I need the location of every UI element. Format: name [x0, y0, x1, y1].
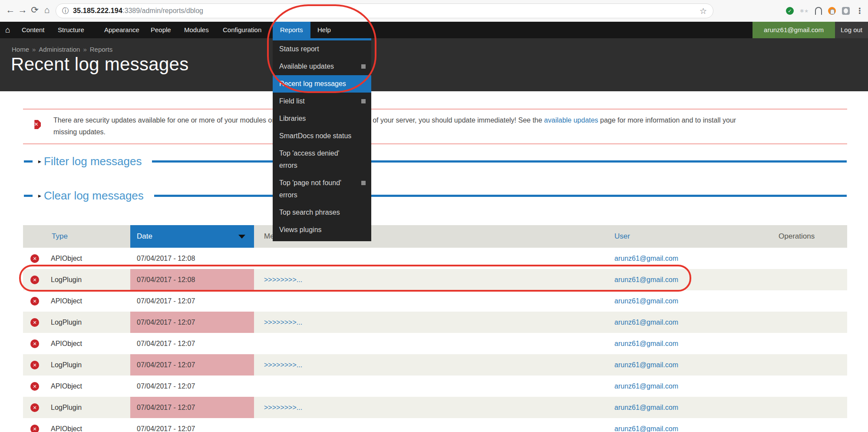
table-row: ✕ LogPlugin 07/04/2017 - 12:07 >>>>>>>>.…	[23, 312, 847, 333]
table-body: ✕ APIObject 07/04/2017 - 12:08 arunz61@g…	[23, 248, 847, 432]
log-user-link[interactable]: arunz61@gmail.com	[614, 340, 678, 348]
log-type: APIObject	[51, 255, 82, 263]
log-user-link[interactable]: arunz61@gmail.com	[614, 425, 678, 432]
error-severity-icon: ✕	[30, 318, 39, 327]
log-date: 07/04/2017 - 12:07	[137, 425, 195, 432]
log-date: 07/04/2017 - 12:08	[137, 276, 195, 284]
log-user-link[interactable]: arunz61@gmail.com	[614, 319, 678, 326]
menu-item-top-search-phrases[interactable]: Top search phrases	[273, 204, 371, 221]
toolbar-item-help[interactable]: Help	[310, 22, 338, 38]
security-update-warning-text: There are security updates available for…	[53, 114, 839, 138]
page-title: Recent log messages	[11, 54, 189, 75]
available-updates-link[interactable]: available updates	[544, 116, 598, 124]
error-severity-icon: ✕	[30, 276, 39, 284]
account-email-button[interactable]: arunz61@gmail.com	[752, 22, 835, 38]
log-date: 07/04/2017 - 12:07	[137, 319, 195, 326]
sort-descending-icon	[238, 235, 245, 239]
log-date: 07/04/2017 - 12:08	[137, 255, 195, 263]
fieldset-border-line	[154, 195, 847, 197]
menu-item-smartdocs-node-status[interactable]: SmartDocs node status	[273, 127, 371, 145]
gray-extension-icon[interactable]	[842, 7, 850, 15]
toolbar-item-configuration[interactable]: Configuration	[223, 22, 261, 38]
forward-icon[interactable]: →	[17, 5, 29, 15]
log-user-link[interactable]: arunz61@gmail.com	[614, 382, 678, 390]
toolbar-item-people[interactable]: People	[151, 22, 171, 38]
page-info-icon[interactable]: ⓘ	[62, 7, 69, 16]
toolbar-item-reports-active[interactable]: Reports	[273, 22, 310, 38]
recent-log-messages-table: Type Date Message User Operations ✕ APIO…	[23, 225, 847, 432]
browser-menu-icon[interactable]: ⋮	[856, 6, 864, 16]
ghost-extension-icon[interactable]	[815, 7, 822, 15]
menu-item-available-updates[interactable]: Available updates	[273, 58, 371, 75]
logout-button[interactable]: Log out	[835, 22, 868, 38]
extension-disabled-icon[interactable]: ✱★	[800, 8, 809, 14]
log-user-link[interactable]: arunz61@gmail.com	[614, 404, 678, 412]
reload-icon[interactable]: ⟳	[29, 5, 41, 15]
module-badge	[361, 99, 366, 103]
log-type: APIObject	[51, 425, 82, 432]
menu-item-recent-log-messages-active[interactable]: Recent log messages	[273, 75, 371, 93]
column-header-user[interactable]: User	[614, 225, 735, 248]
table-row: ✕ LogPlugin 07/04/2017 - 12:08 >>>>>>>>.…	[23, 269, 847, 290]
menu-item-views-plugins[interactable]: Views plugins	[273, 221, 371, 239]
fieldset-border-line	[152, 160, 847, 163]
home-icon[interactable]: ⌂	[41, 5, 53, 15]
module-badge	[361, 181, 366, 185]
log-type: LogPlugin	[51, 404, 82, 412]
browser-toolbar: ← → ⟳ ⌂ ⓘ 35.185.222.194 :3389/admin/rep…	[0, 0, 868, 22]
log-type: APIObject	[51, 340, 82, 348]
toolbar-item-content[interactable]: Content	[22, 22, 45, 38]
collapsed-arrow-icon: ▸	[38, 192, 41, 199]
page-header: Home»Administration»Reports Recent log m…	[0, 38, 868, 91]
log-user-link[interactable]: arunz61@gmail.com	[614, 276, 678, 284]
error-severity-icon: ✕	[30, 382, 39, 391]
menu-item-top-access-denied-errors[interactable]: Top 'access denied' errors	[273, 145, 371, 174]
error-severity-icon: ✕	[30, 425, 39, 432]
table-row: ✕ APIObject 07/04/2017 - 12:07 arunz61@g…	[23, 376, 847, 397]
log-user-link[interactable]: arunz61@gmail.com	[614, 361, 678, 369]
log-message-link[interactable]: >>>>>>>>...	[264, 404, 302, 412]
menu-item-field-list[interactable]: Field list	[273, 93, 371, 110]
toolbar-item-structure[interactable]: Structure	[58, 22, 84, 38]
breadcrumb-reports[interactable]: Reports	[90, 46, 113, 53]
error-severity-icon: ✕	[30, 254, 39, 263]
filter-log-messages-legend[interactable]: Filter log messages	[44, 155, 142, 168]
back-icon[interactable]: ←	[4, 5, 17, 15]
admin-home-icon[interactable]: ⌂	[5, 22, 10, 38]
filter-log-messages-fieldset: ▸ Filter log messages	[24, 153, 847, 169]
menu-item-status-report[interactable]: Status report	[273, 40, 371, 58]
toolbar-item-modules[interactable]: Modules	[184, 22, 209, 38]
url-bar[interactable]: ⓘ 35.185.222.194 :3389/admin/reports/dbl…	[56, 3, 713, 18]
menu-item-libraries[interactable]: Libraries	[273, 110, 371, 127]
log-user-link[interactable]: arunz61@gmail.com	[614, 255, 678, 263]
toolbar-item-appearance[interactable]: Appearance	[104, 22, 139, 38]
extension-check-icon[interactable]: ✓	[786, 7, 794, 15]
reports-dropdown-menu: Status report Available updates Recent l…	[273, 38, 371, 241]
column-header-type[interactable]: Type	[23, 225, 130, 248]
column-header-date-sorted[interactable]: Date	[130, 225, 254, 248]
log-date: 07/04/2017 - 12:07	[137, 297, 195, 305]
breadcrumb-home[interactable]: Home	[12, 46, 29, 53]
breadcrumb-administration[interactable]: Administration	[39, 46, 80, 53]
log-date: 07/04/2017 - 12:07	[137, 382, 195, 390]
module-badge	[361, 64, 366, 69]
openvpn-extension-icon[interactable]	[828, 7, 836, 15]
log-type: APIObject	[51, 382, 82, 390]
table-row: ✕ APIObject 07/04/2017 - 12:07 arunz61@g…	[23, 333, 847, 354]
log-date: 07/04/2017 - 12:07	[137, 404, 195, 412]
bookmark-star-icon[interactable]: ☆	[700, 6, 707, 16]
error-icon: ✕	[32, 120, 41, 129]
menu-item-top-page-not-found-errors[interactable]: Top 'page not found' errors	[273, 174, 371, 204]
log-date: 07/04/2017 - 12:07	[137, 361, 195, 369]
error-severity-icon: ✕	[30, 403, 39, 412]
log-message-link[interactable]: >>>>>>>>...	[264, 361, 302, 369]
clear-log-messages-legend[interactable]: Clear log messages	[44, 189, 144, 203]
fieldset-dash	[24, 160, 33, 163]
log-message-link[interactable]: >>>>>>>>...	[264, 319, 302, 326]
log-type: LogPlugin	[51, 361, 82, 369]
log-date: 07/04/2017 - 12:07	[137, 340, 195, 348]
log-user-link[interactable]: arunz61@gmail.com	[614, 297, 678, 305]
fieldset-dash	[24, 195, 33, 197]
error-severity-icon: ✕	[30, 339, 39, 348]
log-message-link[interactable]: >>>>>>>>...	[264, 276, 302, 284]
